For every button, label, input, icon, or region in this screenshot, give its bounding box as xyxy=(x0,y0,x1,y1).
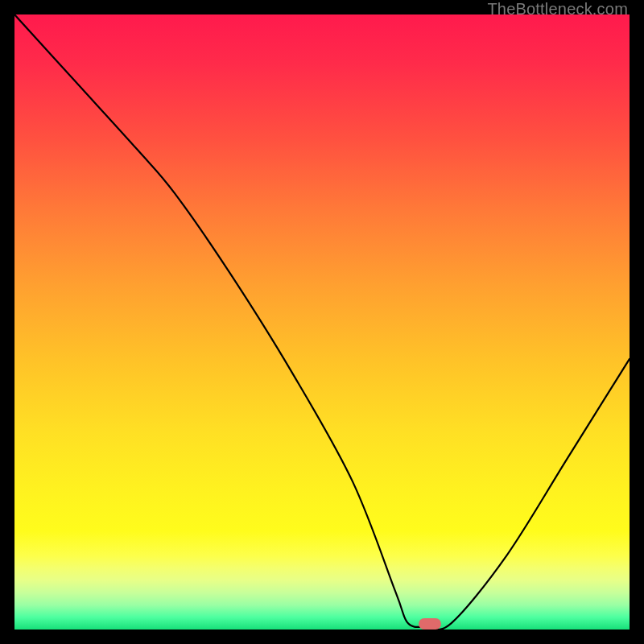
plot-area xyxy=(14,14,630,630)
bottleneck-curve xyxy=(14,14,630,630)
highlight-marker xyxy=(419,618,441,630)
chart-container: TheBottleneck.com xyxy=(0,0,644,644)
curve-svg xyxy=(14,14,630,630)
